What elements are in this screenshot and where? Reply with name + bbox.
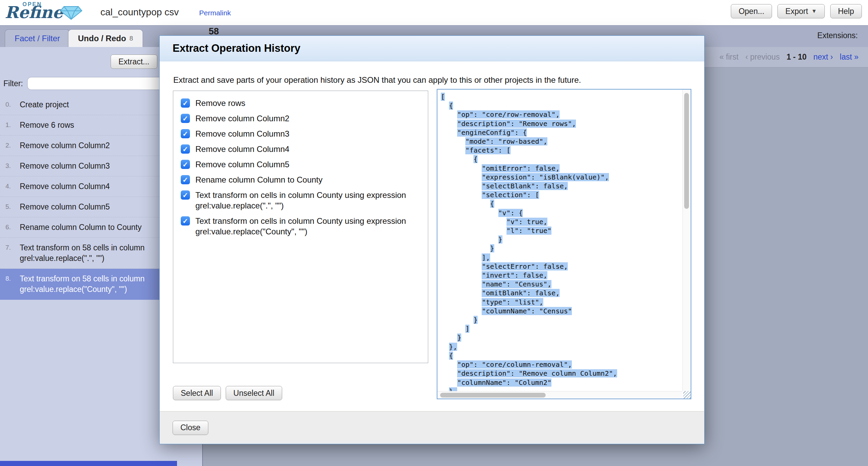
json-line: "engineConfig": { <box>441 128 679 137</box>
operation-row: ✓ Remove column Column2 <box>181 113 420 124</box>
operation-label: Remove column Column4 <box>195 144 289 154</box>
json-line: "omitBlank": false, <box>441 289 679 297</box>
json-line: "mode": "row-based", <box>441 137 679 146</box>
operation-row: ✓ Remove column Column5 <box>181 159 420 170</box>
checkbox-checked-icon[interactable]: ✓ <box>181 98 190 108</box>
pagination-previous: ‹ previous <box>745 52 780 62</box>
json-text: [ { "op": "core/row-removal", "descripti… <box>437 90 682 391</box>
history-item-index: 8. <box>5 275 11 282</box>
horizontal-scrollbar-thumb[interactable] <box>440 393 546 398</box>
json-line: } <box>441 333 679 342</box>
checkbox-checked-icon[interactable]: ✓ <box>181 129 190 138</box>
json-line: { <box>441 199 679 208</box>
app-header: Refine OPEN cal_countypop csv Permalink … <box>0 0 868 25</box>
history-item-index: 2. <box>5 142 11 149</box>
operation-row: ✓ Remove column Column4 <box>181 144 420 154</box>
project-title: cal_countypop csv <box>100 7 179 18</box>
json-line: } <box>441 244 679 253</box>
dialog-header: Extract Operation History <box>160 36 704 61</box>
history-item-index: 3. <box>5 162 11 170</box>
json-line: "columnName": "Column2" <box>441 378 679 387</box>
filter-input[interactable] <box>27 77 177 90</box>
vertical-scrollbar-thumb[interactable] <box>684 93 689 209</box>
dialog-body: Extract and save parts of your operation… <box>160 62 704 411</box>
tab-undo-redo[interactable]: Undo / Redo 8 <box>68 29 143 47</box>
tab-undo-redo-label: Undo / Redo <box>78 34 126 43</box>
json-line: }, <box>441 342 679 351</box>
json-line: "invert": false, <box>441 271 679 280</box>
history-item-index: 0. <box>5 101 11 108</box>
extract-operation-history-dialog: Extract Operation History Extract and sa… <box>159 35 705 444</box>
extensions-label: Extensions: <box>817 31 858 40</box>
tab-facet-filter[interactable]: Facet / Filter <box>5 29 70 47</box>
json-line: "selection": [ <box>441 190 679 199</box>
pagination-next[interactable]: next › <box>813 52 833 62</box>
checkbox-checked-icon[interactable]: ✓ <box>181 114 190 123</box>
json-line: "name": "Census", <box>441 280 679 289</box>
json-line: "l": "true" <box>441 226 679 235</box>
history-item-index: 7. <box>5 244 11 251</box>
checkbox-checked-icon[interactable]: ✓ <box>181 160 190 169</box>
openrefine-app: Refine OPEN cal_countypop csv Permalink … <box>0 0 868 466</box>
json-line: "columnName": "Census" <box>441 307 679 315</box>
json-line: "description": "Remove rows", <box>441 119 679 128</box>
export-button-label: Export <box>785 7 808 16</box>
dialog-footer: Close <box>160 411 704 444</box>
operation-label: Text transform on cells in column County… <box>195 190 420 211</box>
checkbox-checked-icon[interactable]: ✓ <box>181 175 190 184</box>
operation-label: Remove column Column2 <box>195 113 289 124</box>
vertical-scrollbar[interactable] <box>682 90 691 391</box>
filter-row: Filter: <box>3 77 177 90</box>
selection-buttons: Select All Unselect All <box>173 386 282 400</box>
json-line: "omitError": false, <box>441 164 679 173</box>
tab-facet-filter-label: Facet / Filter <box>15 34 60 43</box>
open-button[interactable]: Open... <box>731 4 772 18</box>
close-button[interactable]: Close <box>173 421 208 435</box>
resize-grip-icon[interactable] <box>683 391 691 399</box>
help-button[interactable]: Help <box>830 4 862 18</box>
checkbox-checked-icon[interactable]: ✓ <box>181 144 190 154</box>
extract-button[interactable]: Extract... <box>111 55 157 69</box>
operation-row: ✓ Remove rows <box>181 98 420 108</box>
caret-down-icon: ▼ <box>811 8 817 14</box>
json-line: "selectBlank": false, <box>441 182 679 190</box>
pagination-range: 1 - 10 <box>787 52 807 62</box>
json-line: [ <box>441 92 679 101</box>
json-line: { <box>441 101 679 110</box>
dialog-title: Extract Operation History <box>173 42 301 55</box>
horizontal-scrollbar[interactable] <box>437 391 682 399</box>
checkbox-checked-icon[interactable]: ✓ <box>181 190 190 200</box>
history-item-index: 5. <box>5 203 11 211</box>
json-line: "facets": [ <box>441 146 679 155</box>
export-button[interactable]: Export ▼ <box>777 4 824 18</box>
select-all-button[interactable]: Select All <box>173 386 221 400</box>
checkbox-checked-icon[interactable]: ✓ <box>181 216 190 226</box>
table-selection-strip <box>0 461 177 466</box>
operations-checkbox-panel: ✓ Remove rows ✓ Remove column Column2 ✓ … <box>173 91 428 363</box>
header-buttons: Open... Export ▼ Help <box>731 4 862 18</box>
json-line: ], <box>441 253 679 262</box>
json-line: "v": true, <box>441 217 679 226</box>
logo-open-text: OPEN <box>22 1 42 7</box>
json-line: } <box>441 235 679 244</box>
unselect-all-button[interactable]: Unselect All <box>226 386 282 400</box>
json-line: "type": "list", <box>441 298 679 307</box>
undo-redo-count-badge: 8 <box>129 35 133 42</box>
pagination-first: « first <box>719 52 738 62</box>
operation-row: ✓ Text transform on cells in column Coun… <box>181 190 420 211</box>
json-line: "v": { <box>441 208 679 217</box>
json-line: ] <box>441 324 679 333</box>
json-line: "description": "Remove column Column2", <box>441 369 679 378</box>
history-item-index: 6. <box>5 223 11 231</box>
operation-label: Remove rows <box>195 98 245 108</box>
openrefine-logo[interactable]: Refine OPEN <box>5 1 86 25</box>
operation-label: Rename column Column to County <box>195 174 323 185</box>
json-line: }, <box>441 387 679 391</box>
pagination-last[interactable]: last » <box>840 52 858 62</box>
json-output-textarea[interactable]: [ { "op": "core/row-removal", "descripti… <box>437 89 691 399</box>
permalink-link[interactable]: Permalink <box>199 9 231 17</box>
operation-label: Remove column Column5 <box>195 159 289 170</box>
operation-row: ✓ Remove column Column3 <box>181 128 420 139</box>
json-line: { <box>441 155 679 164</box>
json-line: "expression": "isBlank(value)", <box>441 173 679 182</box>
